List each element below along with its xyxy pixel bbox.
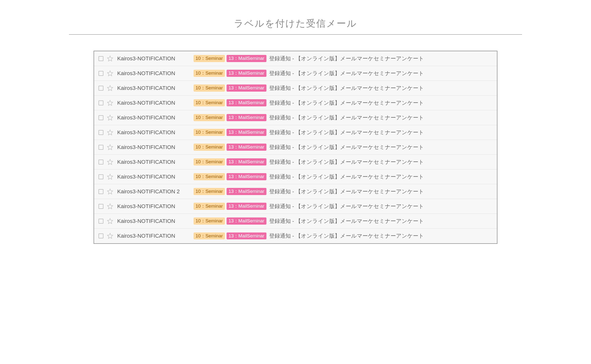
label-seminar[interactable]: 10：Seminar [194,70,225,77]
row-checkbox[interactable] [98,71,103,76]
star-icon[interactable] [107,70,113,77]
mail-labels-subject: 10：Seminar13：MailSeminar登録通知 - 【オンライン版】メ… [194,84,424,92]
label-seminar[interactable]: 10：Seminar [194,158,225,165]
label-mailseminar[interactable]: 13：MailSeminar [227,84,266,92]
mail-subject: 登録通知 - 【オンライン版】メールマーケセミナーアンケート [269,114,424,121]
mail-row[interactable]: Kairos3-NOTIFICATION10：Seminar13：MailSem… [94,229,497,243]
mail-row[interactable]: Kairos3-NOTIFICATION10：Seminar13：MailSem… [94,125,497,140]
mail-sender: Kairos3-NOTIFICATION [117,55,194,62]
mail-row[interactable]: Kairos3-NOTIFICATION10：Seminar13：MailSem… [94,155,497,169]
label-seminar[interactable]: 10：Seminar [194,99,225,106]
star-icon[interactable] [107,233,113,239]
label-seminar[interactable]: 10：Seminar [194,55,225,62]
label-mailseminar[interactable]: 13：MailSeminar [227,232,266,240]
star-icon[interactable] [107,55,113,62]
mail-row[interactable]: Kairos3-NOTIFICATION 210：Seminar13：MailS… [94,184,497,199]
mail-subject: 登録通知 - 【オンライン版】メールマーケセミナーアンケート [269,144,424,151]
mail-subject: 登録通知 - 【オンライン版】メールマーケセミナーアンケート [269,217,424,225]
label-mailseminar[interactable]: 13：MailSeminar [227,217,266,225]
svg-marker-0 [107,56,113,61]
star-icon[interactable] [107,218,113,224]
star-icon[interactable] [107,174,113,180]
mail-labels-subject: 10：Seminar13：MailSeminar登録通知 - 【オンライン版】メ… [194,173,424,181]
label-seminar[interactable]: 10：Seminar [194,173,225,180]
mail-sender: Kairos3-NOTIFICATION [117,100,194,106]
label-seminar[interactable]: 10：Seminar [194,217,225,225]
mail-sender: Kairos3-NOTIFICATION [117,203,194,210]
mail-labels-subject: 10：Seminar13：MailSeminar登録通知 - 【オンライン版】メ… [194,217,424,225]
mail-sender: Kairos3-NOTIFICATION [117,129,194,136]
label-mailseminar[interactable]: 13：MailSeminar [227,70,266,77]
label-seminar[interactable]: 10：Seminar [194,114,225,121]
mail-row[interactable]: Kairos3-NOTIFICATION10：Seminar13：MailSem… [94,110,497,125]
label-seminar[interactable]: 10：Seminar [194,144,225,151]
row-checkbox[interactable] [98,56,103,61]
label-seminar[interactable]: 10：Seminar [194,84,225,92]
label-mailseminar[interactable]: 13：MailSeminar [227,188,266,195]
star-icon[interactable] [107,203,113,210]
label-mailseminar[interactable]: 13：MailSeminar [227,55,266,62]
row-checkbox[interactable] [98,189,103,194]
row-checkbox[interactable] [98,100,103,105]
svg-marker-4 [107,115,113,120]
mail-subject: 登録通知 - 【オンライン版】メールマーケセミナーアンケート [269,188,424,195]
label-mailseminar[interactable]: 13：MailSeminar [227,99,266,106]
row-checkbox[interactable] [98,174,103,179]
row-checkbox[interactable] [98,130,103,135]
row-checkbox[interactable] [98,145,103,150]
label-mailseminar[interactable]: 13：MailSeminar [227,158,266,165]
row-checkbox[interactable] [98,233,103,238]
mail-row[interactable]: Kairos3-NOTIFICATION10：Seminar13：MailSem… [94,81,497,96]
label-seminar[interactable]: 10：Seminar [194,188,225,195]
mail-sender: Kairos3-NOTIFICATION [117,218,194,224]
mail-labels-subject: 10：Seminar13：MailSeminar登録通知 - 【オンライン版】メ… [194,99,424,107]
row-checkbox[interactable] [98,204,103,209]
row-checkbox[interactable] [98,86,103,91]
label-mailseminar[interactable]: 13：MailSeminar [227,114,266,121]
mail-labels-subject: 10：Seminar13：MailSeminar登録通知 - 【オンライン版】メ… [194,188,424,195]
row-checkbox[interactable] [98,219,103,224]
mail-sender: Kairos3-NOTIFICATION [117,85,194,91]
svg-marker-7 [107,159,113,165]
mail-subject: 登録通知 - 【オンライン版】メールマーケセミナーアンケート [269,203,424,210]
svg-marker-8 [107,174,113,179]
mail-row[interactable]: Kairos3-NOTIFICATION10：Seminar13：MailSem… [94,66,497,81]
mail-labels-subject: 10：Seminar13：MailSeminar登録通知 - 【オンライン版】メ… [194,114,424,121]
svg-marker-2 [107,85,113,91]
mail-sender: Kairos3-NOTIFICATION [117,174,194,180]
label-mailseminar[interactable]: 13：MailSeminar [227,173,266,180]
row-checkbox[interactable] [98,160,103,165]
mail-row[interactable]: Kairos3-NOTIFICATION10：Seminar13：MailSem… [94,140,497,155]
label-seminar[interactable]: 10：Seminar [194,232,225,240]
label-mailseminar[interactable]: 13：MailSeminar [227,129,266,136]
svg-marker-11 [107,218,113,224]
label-mailseminar[interactable]: 13：MailSeminar [227,144,266,151]
mail-row[interactable]: Kairos3-NOTIFICATION10：Seminar13：MailSem… [94,96,497,110]
label-seminar[interactable]: 10：Seminar [194,129,225,136]
star-icon[interactable] [107,188,113,195]
row-checkbox[interactable] [98,115,103,120]
mail-sender: Kairos3-NOTIFICATION [117,144,194,150]
mail-labels-subject: 10：Seminar13：MailSeminar登録通知 - 【オンライン版】メ… [194,232,424,240]
star-icon[interactable] [107,115,113,121]
star-icon[interactable] [107,144,113,150]
mail-sender: Kairos3-NOTIFICATION 2 [117,188,194,195]
label-mailseminar[interactable]: 13：MailSeminar [227,203,266,210]
mail-subject: 登録通知 - 【オンライン版】メールマーケセミナーアンケート [269,173,424,181]
mail-row[interactable]: Kairos3-NOTIFICATION10：Seminar13：MailSem… [94,169,497,184]
mail-labels-subject: 10：Seminar13：MailSeminar登録通知 - 【オンライン版】メ… [194,158,424,166]
mail-subject: 登録通知 - 【オンライン版】メールマーケセミナーアンケート [269,99,424,107]
label-seminar[interactable]: 10：Seminar [194,203,225,210]
page-title: ラベルを付けた受信メール [62,12,529,34]
mail-labels-subject: 10：Seminar13：MailSeminar登録通知 - 【オンライン版】メ… [194,129,424,136]
mail-subject: 登録通知 - 【オンライン版】メールマーケセミナーアンケート [269,232,424,240]
star-icon[interactable] [107,159,113,165]
star-icon[interactable] [107,85,113,91]
mail-row[interactable]: Kairos3-NOTIFICATION10：Seminar13：MailSem… [94,199,497,214]
mail-list-panel: Kairos3-NOTIFICATION10：Seminar13：MailSem… [94,51,497,244]
mail-row[interactable]: Kairos3-NOTIFICATION10：Seminar13：MailSem… [94,51,497,66]
star-icon[interactable] [107,100,113,106]
mail-row[interactable]: Kairos3-NOTIFICATION10：Seminar13：MailSem… [94,214,497,229]
star-icon[interactable] [107,129,113,136]
svg-marker-9 [107,189,113,194]
